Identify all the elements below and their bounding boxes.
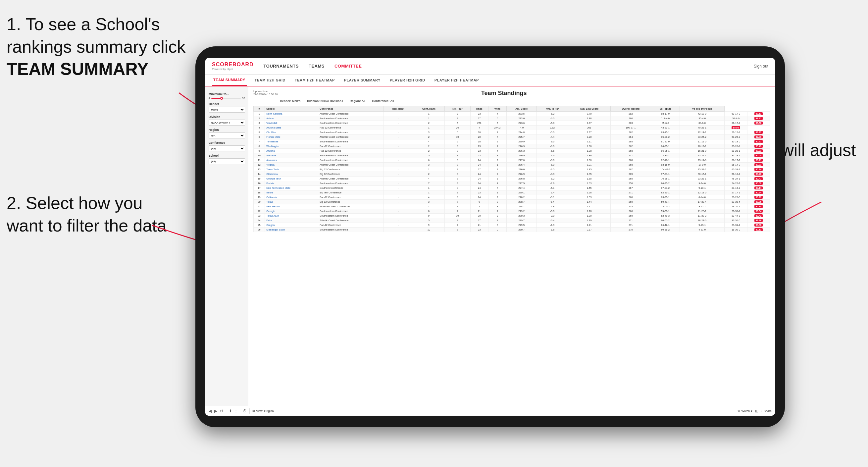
col-overall: Overall Record — [610, 106, 651, 112]
cell-data: 1.30 — [568, 214, 610, 218]
cell-school[interactable]: Washington — [265, 144, 318, 149]
subnav-team-h2h-grid[interactable]: TEAM H2H GRID — [253, 74, 287, 86]
toolbar-forward-icon[interactable]: ▶ — [214, 409, 217, 413]
cell-school[interactable]: Alabama — [265, 153, 318, 158]
subnav-team-h2h-heatmap[interactable]: TEAM H2H HEATMAP — [293, 74, 336, 86]
cell-data: 21 — [470, 223, 489, 227]
toolbar-clock-icon[interactable]: ⏱ — [243, 409, 247, 413]
nav-committee[interactable]: COMMITTEE — [335, 64, 362, 68]
cell-school[interactable]: Mississippi State — [265, 227, 318, 232]
cell-school[interactable]: Auburn — [265, 116, 318, 121]
cell-data: 1.98 — [568, 149, 610, 153]
table-row: 25OregonPac-12 Conference-97210279.5-1.3… — [254, 223, 770, 227]
filter-division: Division: NCAA Division I — [307, 99, 343, 103]
score-badge: 80.14 — [754, 186, 763, 189]
cell-school[interactable]: Oregon — [265, 223, 318, 227]
gender-select[interactable]: Men's — [209, 107, 245, 113]
cell-school[interactable]: Vanderbilt — [265, 121, 318, 126]
school-label: School — [209, 154, 245, 157]
cell-rank: 26 — [254, 227, 265, 232]
cell-school[interactable]: Illinois — [265, 190, 318, 195]
cell-school[interactable]: Arizona — [265, 149, 318, 153]
watch-button[interactable]: 👁 Watch ▾ — [738, 409, 752, 413]
cell-school[interactable]: California — [265, 195, 318, 200]
cell-conference: Mountain West Conference — [318, 204, 383, 209]
toolbar-bookmark-icon[interactable]: □ — [235, 409, 237, 413]
cell-school[interactable]: Virginia — [265, 163, 318, 167]
cell-data: - — [383, 130, 413, 135]
cell-data: 1 — [489, 144, 507, 149]
conference-select[interactable]: (All) — [209, 146, 245, 151]
cell-data: 1.63 — [568, 181, 610, 186]
table-row: 8WashingtonPac-12 Conference-28231276.3-… — [254, 144, 770, 149]
cell-data: 1.86 — [568, 153, 610, 158]
table-header-row: Update time: 27/03/2024 16:56:26 Team St… — [253, 90, 770, 97]
cell-rank: 25 — [254, 223, 265, 227]
cell-data: 23 — [470, 112, 489, 116]
cell-school[interactable]: East Tennessee State — [265, 186, 318, 190]
cell-school[interactable]: Arizona State — [265, 126, 318, 130]
cell-data: 76-26-1 — [651, 177, 680, 181]
cell-score: 80.28 — [747, 172, 770, 177]
table-row: 13Texas TechBig 12 Conference-19272276.0… — [254, 167, 770, 172]
sign-out-button[interactable]: Sign out — [754, 64, 768, 68]
cell-data: 95-29-2 — [651, 135, 680, 139]
cell-score: 80.47 — [747, 177, 770, 181]
watch-label: Watch — [742, 409, 750, 413]
subnav-player-summary[interactable]: PLAYER SUMMARY — [343, 74, 382, 86]
cell-data: 30-19-0 — [724, 139, 747, 144]
cell-data: 37-30-0 — [724, 218, 747, 223]
cell-score: 80.14 — [747, 186, 770, 190]
cell-school[interactable]: New Mexico — [265, 204, 318, 209]
view-original-button[interactable]: ⊞ View: Original — [252, 409, 274, 413]
cell-data: 4 — [413, 139, 445, 144]
cell-school[interactable]: Ole Miss — [265, 130, 318, 135]
table-row: 20TexasBig 12 Conference-3798278.70.71.4… — [254, 200, 770, 204]
region-select[interactable]: N/A — [209, 132, 245, 138]
cell-school[interactable]: Georgia — [265, 209, 318, 214]
toolbar-grid-icon[interactable]: ⊞ — [755, 409, 758, 413]
filter-gender: Gender: Men's — [280, 99, 300, 103]
subnav-player-h2h-heatmap[interactable]: PLAYER H2H HEATMAP — [433, 74, 480, 86]
subnav-player-h2h-grid[interactable]: PLAYER H2H GRID — [389, 74, 427, 86]
cell-data: 10 — [413, 227, 445, 232]
cell-conference: Atlantic Coast Conference — [318, 163, 383, 167]
toolbar-back-icon[interactable]: ◀ — [209, 409, 212, 413]
toolbar-refresh-icon[interactable]: ↺ — [220, 409, 223, 413]
cell-school[interactable]: Duke — [265, 218, 318, 223]
cell-school[interactable]: Oklahoma — [265, 172, 318, 177]
cell-school[interactable]: Florida State — [265, 135, 318, 139]
division-select[interactable]: NCAA Division I — [209, 120, 245, 126]
cell-school[interactable]: Texas — [265, 200, 318, 204]
cell-data: 267 — [610, 167, 651, 172]
cell-data: 1 — [413, 112, 445, 116]
cell-school[interactable]: Georgia Tech — [265, 177, 318, 181]
cell-conference: Atlantic Coast Conference — [318, 112, 383, 116]
cell-school[interactable]: Texas Tech — [265, 167, 318, 172]
table-row: 19CaliforniaPac-12 Conference-48242278.2… — [254, 195, 770, 200]
school-select[interactable]: (All) — [209, 158, 245, 164]
cell-school[interactable]: Florida — [265, 181, 318, 186]
subnav-team-summary[interactable]: TEAM SUMMARY — [212, 74, 247, 86]
nav-teams[interactable]: TEAMS — [309, 64, 324, 68]
cell-data: 266 — [610, 209, 651, 214]
cell-data: -6.2 — [536, 112, 568, 116]
cell-data: 265 — [568, 126, 610, 130]
cell-data: 60-26-2 — [724, 135, 747, 139]
cell-data: 9-10-1 — [680, 186, 724, 190]
cell-school[interactable]: Arkansas — [265, 158, 318, 163]
cell-data: 4 — [470, 126, 489, 130]
cell-data: 278.2 — [506, 195, 536, 200]
share-button[interactable]: ⤴ Share — [761, 409, 772, 413]
cell-data: 6 — [445, 139, 470, 144]
toolbar-share-icon[interactable]: ⬆ — [229, 409, 232, 413]
cell-school[interactable]: North Carolina — [265, 112, 318, 116]
cell-data: -0.4 — [536, 218, 568, 223]
cell-conference: Southeastern Conference — [318, 209, 383, 214]
cell-data: 6 — [489, 177, 507, 181]
cell-school[interactable]: Texas A&M — [265, 214, 318, 218]
cell-school[interactable]: Tennessee — [265, 139, 318, 144]
min-rank-slider-track[interactable] — [211, 98, 241, 99]
nav-tournaments[interactable]: TOURNAMENTS — [264, 64, 299, 68]
cell-data: 1 — [489, 190, 507, 195]
